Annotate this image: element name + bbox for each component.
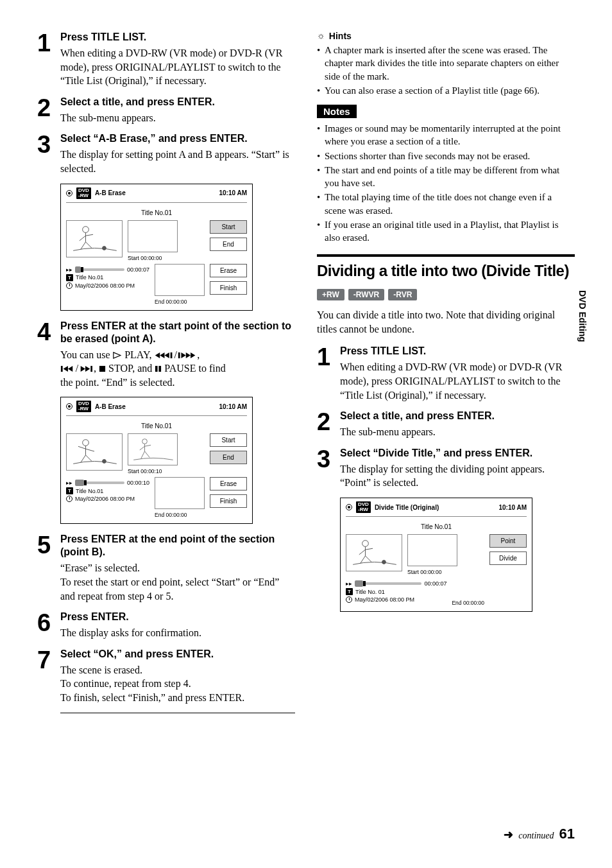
hint-item: You can also erase a section of a Playli…	[317, 84, 575, 97]
dvd-rw-badge: DVD -RW	[76, 401, 91, 412]
section-rule	[317, 254, 575, 257]
step-desc: The sub-menu appears.	[60, 111, 295, 125]
preview-thumb-end	[155, 477, 205, 509]
start-caption: Start 00:00:00	[407, 569, 457, 575]
erase-button[interactable]: Erase	[210, 477, 247, 490]
continued-label: continued	[518, 831, 554, 841]
preview-thumb-main	[66, 433, 123, 471]
step-title: Press TITLE LIST.	[60, 31, 295, 44]
finish-button[interactable]: Finish	[210, 281, 247, 295]
info-date: May/02/2006 08:00 PM	[75, 496, 135, 502]
end-button[interactable]: End	[210, 238, 247, 251]
notes-list: Images or sound may be momentarily inter…	[317, 122, 575, 244]
svg-rect-19	[159, 366, 162, 372]
step-desc: The display for setting point A and B ap…	[60, 148, 295, 175]
pause-icon	[155, 365, 162, 372]
step-number: 4	[37, 320, 60, 391]
note-item: Images or sound may be momentarily inter…	[317, 122, 575, 148]
svg-point-1	[103, 246, 106, 250]
progress-bar: ▸▸ 00:00:10	[66, 480, 149, 486]
play-indicator-icon: ▸▸	[66, 480, 72, 486]
forward-frame-icon	[177, 352, 197, 359]
stop-icon	[99, 365, 106, 372]
screen-header: A-B Erase	[95, 403, 216, 410]
finish-button[interactable]: Finish	[210, 494, 247, 508]
screen-clock: 10:10 AM	[219, 189, 247, 196]
prev-icon	[60, 365, 76, 372]
step-title: Select a title, and press ENTER.	[60, 96, 295, 108]
info-title: Title No.01	[76, 488, 103, 494]
divide-button[interactable]: Divide	[489, 551, 527, 565]
step-6: 6 Press ENTER. The display asks for conf…	[37, 611, 295, 641]
screen-title-row: Title No.01	[346, 523, 527, 530]
end-caption: End 00:00:00	[155, 299, 205, 305]
step-desc: The display asks for confirmation.	[60, 626, 295, 640]
dvd-rw-badge: DVD -RW	[76, 187, 91, 199]
info-title: Title No.01	[76, 274, 103, 281]
step-title: Select “OK,” and press ENTER.	[60, 648, 295, 661]
side-tab-label: DVD Editing	[577, 290, 588, 342]
svg-marker-8	[181, 352, 185, 358]
screen-ab-erase-1: DVD -RW A-B Erase 10:10 AM Title No.01 S…	[60, 184, 253, 311]
step-1: 1 Press TITLE LIST. When editing a DVD-R…	[37, 31, 295, 89]
preview-thumb-main	[66, 220, 123, 257]
svg-point-22	[142, 439, 148, 444]
svg-rect-7	[178, 352, 180, 358]
preview-thumb-start	[128, 433, 178, 465]
step-number: 2	[317, 410, 340, 440]
svg-marker-2	[114, 352, 121, 358]
page-number: 61	[559, 826, 575, 842]
step-2: 2 Select a title, and press ENTER. The s…	[37, 96, 295, 126]
step-desc: You can use PLAY, /, /, STOP, and PAUSE …	[60, 348, 295, 390]
notes-heading: Notes	[317, 105, 357, 118]
step-number: 6	[37, 611, 60, 641]
text-fragment: PLAY,	[124, 349, 154, 360]
screen-ab-erase-2: DVD -RW A-B Erase 10:10 AM Title No.01	[60, 397, 253, 524]
screen-clock: 10:10 AM	[219, 403, 247, 410]
screen-header: Divide Title (Original)	[375, 504, 495, 511]
svg-point-23	[362, 541, 369, 547]
step-title: Press ENTER at the start point of the se…	[60, 320, 295, 345]
disc-type-tags: +RW -RWVR -RVR	[317, 289, 575, 300]
title-icon: T	[346, 588, 353, 595]
step-desc: When editing a DVD-RW (VR mode) or DVD-R…	[340, 360, 575, 402]
svg-rect-16	[91, 366, 93, 372]
screen-clock: 10:10 AM	[498, 504, 527, 511]
clock-icon	[346, 596, 352, 603]
svg-marker-3	[160, 352, 165, 358]
end-button[interactable]: End	[210, 451, 247, 464]
erase-button[interactable]: Erase	[210, 264, 247, 277]
step-3: 3 Select “A-B Erase,” and press ENTER. T…	[37, 132, 295, 177]
record-icon	[66, 403, 72, 410]
record-icon	[346, 504, 352, 510]
play-indicator-icon: ▸▸	[66, 266, 72, 273]
page-footer: ➜ continued 61	[504, 826, 575, 842]
svg-point-0	[83, 226, 89, 232]
note-item: The total playing time of the title does…	[317, 191, 575, 217]
step-number: 2	[37, 96, 60, 126]
step-title: Select “A-B Erase,” and press ENTER.	[60, 132, 295, 145]
hint-item: A chapter mark is inserted after the sce…	[317, 44, 575, 83]
svg-rect-11	[61, 366, 63, 372]
hints-heading: ☼ Hints	[317, 31, 575, 41]
start-button[interactable]: Start	[210, 220, 247, 234]
start-button[interactable]: Start	[210, 433, 247, 447]
svg-marker-15	[85, 366, 90, 372]
right-column: ☼ Hints A chapter mark is inserted after…	[317, 31, 575, 713]
step-r2: 2 Select a title, and press ENTER. The s…	[317, 410, 575, 440]
section-desc: You can divide a title into two. Note th…	[317, 308, 575, 336]
point-button[interactable]: Point	[489, 534, 527, 548]
preview-thumb-start	[128, 220, 178, 252]
text-fragment: You can use	[60, 349, 112, 360]
hints-label: Hints	[329, 31, 352, 41]
note-item: Sections shorter than five seconds may n…	[317, 150, 575, 162]
step-title: Select “Divide Title,” and press ENTER.	[340, 447, 575, 460]
svg-point-24	[382, 560, 386, 564]
clock-icon	[66, 282, 72, 289]
title-icon: T	[66, 487, 73, 494]
start-caption: Start 00:00:10	[128, 468, 178, 474]
svg-rect-17	[99, 366, 105, 372]
tag-minus-r-vr: -RVR	[388, 289, 417, 300]
play-indicator-icon: ▸▸	[346, 580, 352, 587]
note-item: If you erase an original title used in a…	[317, 218, 575, 245]
